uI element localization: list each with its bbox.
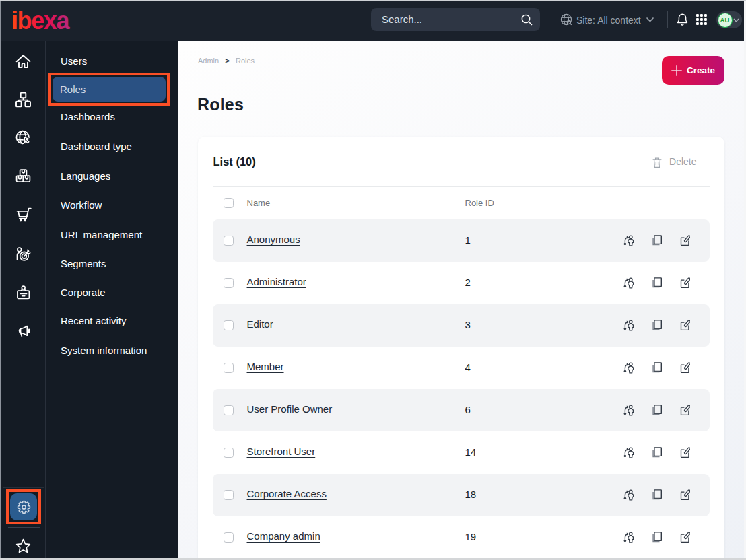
svg-text:ibexa: ibexa bbox=[13, 7, 70, 34]
